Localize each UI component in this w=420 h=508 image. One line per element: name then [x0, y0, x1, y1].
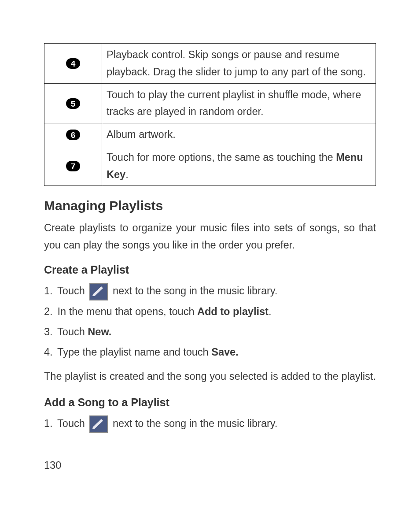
step-number: 4.	[44, 343, 55, 361]
table-row: 6 Album artwork.	[44, 123, 376, 146]
callout-table: 4 Playback control. Skip songs or pause …	[44, 43, 376, 186]
steps-create-playlist: 1. Touch next to the song in the music l…	[44, 282, 376, 362]
step-number: 1.	[44, 414, 55, 433]
callout-desc-cell: Touch for more options, the same as touc…	[102, 146, 376, 186]
table-row: 5 Touch to play the current playlist in …	[44, 83, 376, 123]
table-row: 4 Playback control. Skip songs or pause …	[44, 44, 376, 84]
after-steps-text: The playlist is created and the song you…	[44, 368, 376, 385]
desc-prefix: Touch for more options, the same as touc…	[107, 152, 336, 163]
page-number: 130	[44, 460, 376, 471]
section-body: Create playlists to organize your music …	[44, 219, 376, 254]
step-text-pre: Touch	[57, 326, 88, 337]
section-heading-managing-playlists: Managing Playlists	[44, 198, 376, 213]
step-number: 2.	[44, 302, 55, 321]
step-text-post: next to the song in the music library.	[110, 285, 277, 297]
step-number: 1.	[44, 282, 55, 300]
step-text-pre: Touch	[57, 285, 88, 297]
step-number: 3.	[44, 323, 55, 341]
step-bold: Save.	[211, 346, 238, 358]
callout-desc-cell: Playback control. Skip songs or pause an…	[102, 44, 376, 84]
list-item: 4. Type the playlist name and touch Save…	[44, 343, 376, 361]
callout-badge: 6	[66, 130, 80, 140]
list-item: 3. Touch New.	[44, 323, 376, 341]
list-item: 2. In the menu that opens, touch Add to …	[44, 302, 376, 321]
step-bold: New.	[88, 326, 111, 337]
step-text-pre: Type the playlist name and touch	[57, 346, 211, 358]
step-text-post: .	[269, 306, 272, 317]
svg-marker-0	[92, 286, 103, 296]
step-text-post: next to the song in the music library.	[110, 418, 277, 429]
page-content: 4 Playback control. Skip songs or pause …	[0, 0, 420, 498]
subsection-create-playlist: Create a Playlist	[44, 263, 376, 276]
callout-desc-cell: Album artwork.	[102, 123, 376, 146]
list-item: 1. Touch next to the song in the music l…	[44, 282, 376, 300]
steps-add-song: 1. Touch next to the song in the music l…	[44, 414, 376, 433]
callout-number-cell: 7	[44, 146, 102, 186]
desc-suffix: .	[125, 169, 129, 180]
callout-number-cell: 6	[44, 123, 102, 146]
svg-marker-1	[92, 419, 103, 429]
step-text-pre: Touch	[57, 418, 88, 429]
table-row: 7 Touch for more options, the same as to…	[44, 146, 376, 186]
list-item: 1. Touch next to the song in the music l…	[44, 414, 376, 433]
callout-desc-cell: Touch to play the current playlist in sh…	[102, 83, 376, 123]
edit-icon	[89, 415, 108, 433]
callout-number-cell: 5	[44, 83, 102, 123]
step-bold: Add to playlist	[197, 306, 269, 317]
callout-badge: 7	[66, 161, 80, 171]
step-text-pre: In the menu that opens, touch	[58, 306, 197, 317]
edit-icon	[89, 283, 108, 300]
callout-badge: 5	[66, 98, 80, 109]
callout-number-cell: 4	[44, 44, 102, 84]
subsection-add-song: Add a Song to a Playlist	[44, 396, 376, 409]
callout-badge: 4	[66, 58, 80, 69]
